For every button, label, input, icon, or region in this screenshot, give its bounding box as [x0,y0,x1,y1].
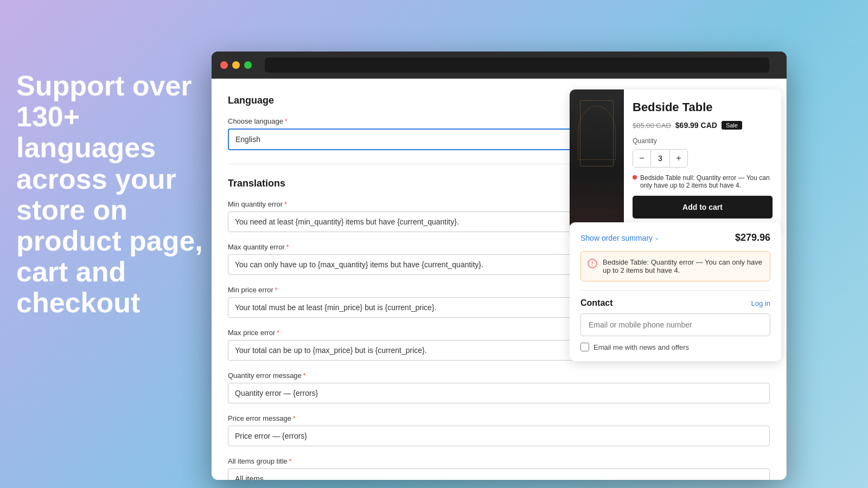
close-button[interactable] [220,61,228,69]
checkout-error-text: Bedside Table: Quantity error — You can … [603,258,763,274]
browser-titlebar [212,52,787,79]
price-error-message-label: Price error message * [228,414,770,422]
order-total: $279.96 [735,232,770,243]
quantity-error-message-group: Quantity error message * [228,371,770,403]
quantity-value: 3 [650,150,670,167]
hero-text: Support over 130+ languages across your … [16,70,206,319]
warning-icon: ! [588,259,597,268]
product-details: Bedside Table $85.00 CAD $69.99 CAD Sale… [624,89,781,229]
product-original-price: $85.00 CAD [633,121,671,130]
email-input[interactable] [580,313,770,336]
required-star: * [275,286,278,294]
show-order-summary-button[interactable]: Show order summary ⌄ [580,234,659,242]
browser-content: Language Choose language * Translations … [212,79,787,480]
email-me-label: Email me with news and offers [593,343,689,351]
add-to-cart-button[interactable]: Add to cart [633,196,773,219]
contact-title: Contact [580,298,613,308]
product-error-text: Bedside Table null: Quantity error — You… [640,174,773,189]
required-star: * [289,458,292,465]
required-star: * [303,372,306,380]
browser-window: Language Choose language * Translations … [212,52,787,480]
contact-row: Contact Log in [580,298,770,308]
checkout-card: Show order summary ⌄ $279.96 ! Bedside T… [570,222,781,361]
email-me-row: Email me with news and offers [580,343,770,351]
maximize-button[interactable] [244,61,252,69]
product-price-row: $85.00 CAD $69.99 CAD Sale [633,121,773,130]
all-items-group-title-input[interactable] [228,468,770,480]
required-star: * [293,415,296,422]
product-sale-price: $69.99 CAD [675,121,717,130]
all-items-group-title-group: All items group title * [228,457,770,480]
required-star: * [284,201,287,208]
product-image-decoration [578,106,616,160]
required-star: * [286,243,289,251]
login-link[interactable]: Log in [751,299,770,307]
quantity-error-message-label: Quantity error message * [228,371,770,380]
price-error-message-input[interactable] [228,426,770,446]
quantity-error-message-input[interactable] [228,383,770,403]
product-card-inner: Bedside Table $85.00 CAD $69.99 CAD Sale… [570,89,781,229]
url-bar[interactable] [265,57,769,73]
product-card: Bedside Table $85.00 CAD $69.99 CAD Sale… [570,89,781,229]
quantity-increase-button[interactable]: + [670,150,687,167]
error-dot-icon [633,175,637,179]
product-error-message: Bedside Table null: Quantity error — You… [633,174,773,189]
contact-section: Contact Log in Email me with news and of… [580,290,770,351]
product-image [570,89,624,229]
required-indicator: * [285,118,288,125]
price-error-message-group: Price error message * [228,414,770,446]
chevron-down-icon: ⌄ [655,235,659,241]
quantity-label: Quantity [633,137,773,145]
product-title: Bedside Table [633,100,773,114]
quantity-decrease-button[interactable]: − [633,150,650,167]
show-order-summary-label: Show order summary [580,234,653,242]
sale-badge: Sale [722,121,742,130]
required-star: * [277,329,279,337]
minimize-button[interactable] [232,61,240,69]
quantity-control: − 3 + [633,149,688,168]
checkout-top-row: Show order summary ⌄ $279.96 [580,232,770,243]
all-items-group-title-label: All items group title * [228,457,770,465]
checkout-error-box: ! Bedside Table: Quantity error — You ca… [580,251,770,281]
email-me-checkbox[interactable] [580,343,589,351]
